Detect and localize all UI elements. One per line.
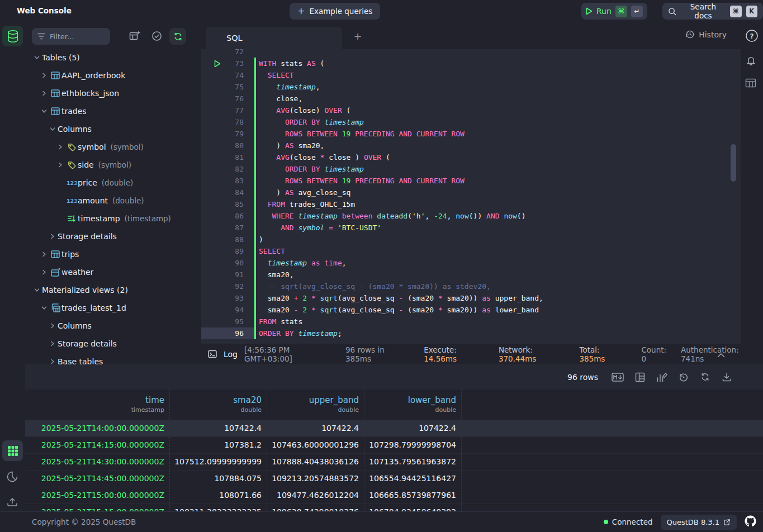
- code-line-77[interactable]: 77 AVG(close) OVER (: [201, 104, 741, 116]
- code-editor[interactable]: 7273WITH stats AS (74 SELECT75 timestamp…: [201, 49, 741, 344]
- history-button[interactable]: History: [685, 30, 727, 39]
- grid-row[interactable]: 2025-05-21T15:00:00.000000Z108071.661094…: [25, 487, 763, 504]
- grid-cell[interactable]: 107512.09999999999: [168, 453, 265, 470]
- tree-item-trades-latest-1d[interactable]: trades_latest_1d: [25, 299, 201, 317]
- code-line-92[interactable]: 92 -- sqrt(avg_close_sq - (sma20 * sma20…: [201, 281, 741, 292]
- notifications-button[interactable]: [745, 55, 757, 68]
- grid-row[interactable]: 2025-05-21T14:45:00.000000Z107884.075109…: [25, 470, 763, 487]
- grid-cell[interactable]: 106784.02458648393: [362, 504, 459, 511]
- code-line-90[interactable]: 90 timestamp as time,: [201, 257, 741, 269]
- grid-cell[interactable]: 107135.79561963872: [362, 453, 459, 470]
- tree-item-ethblocks-json[interactable]: ethblocks_json: [25, 84, 201, 102]
- grid-cell[interactable]: 2025-05-21T15:00:00.000000Z: [25, 487, 168, 504]
- grid-cell[interactable]: 109477.4626012204: [265, 487, 362, 504]
- help-button[interactable]: ?: [745, 29, 759, 44]
- column-header-sma20[interactable]: sma20double: [168, 390, 265, 420]
- grid-cell[interactable]: 107884.075: [168, 470, 265, 487]
- tree-item-columns[interactable]: Columns: [25, 317, 201, 335]
- tree-item-aapl-orderbook[interactable]: AAPL_orderbook: [25, 66, 201, 84]
- code-line-79[interactable]: 79 ROWS BETWEEN 19 PRECEDING AND CURRENT…: [201, 128, 741, 140]
- database-nav-button[interactable]: [2, 26, 23, 46]
- column-header-lower_band[interactable]: lower_banddouble: [362, 390, 459, 420]
- results-grid[interactable]: timetimestampsma20doubleupper_banddouble…: [25, 390, 763, 511]
- grid-row[interactable]: 2025-05-21T14:00:00.000000Z107422.410742…: [25, 420, 763, 437]
- tree-item-amount[interactable]: 123amount(double): [25, 192, 201, 210]
- tree-item-storage-details[interactable]: Storage details: [25, 227, 201, 245]
- select-tables-button[interactable]: [151, 31, 162, 43]
- search-docs-button[interactable]: Search docs ⌘ K: [662, 3, 763, 20]
- code-line-84[interactable]: 84 ) AS avg_close_sq: [201, 187, 741, 198]
- tree-item-materialized-views-2[interactable]: Materialized views (2): [25, 281, 201, 299]
- tree-item-tables-5[interactable]: Tables (5): [25, 49, 201, 66]
- reload-schema-button[interactable]: [169, 28, 186, 45]
- version-button[interactable]: QuestDB 8.3.1: [661, 515, 737, 530]
- code-line-88[interactable]: 88): [201, 234, 741, 245]
- grid-row[interactable]: 2025-05-21T14:15:00.000000Z107381.210746…: [25, 436, 763, 454]
- code-line-89[interactable]: 89SELECT: [201, 245, 741, 257]
- tree-item-timestamp[interactable]: timestamp(timestamp): [25, 210, 201, 227]
- github-button[interactable]: [745, 515, 756, 529]
- create-table-button[interactable]: [129, 31, 140, 44]
- tree-item-weather[interactable]: *weather: [25, 263, 201, 281]
- grid-cell[interactable]: 107422.4: [362, 420, 459, 436]
- chart-edit-button[interactable]: [656, 372, 667, 382]
- grid-cell[interactable]: 107463.60000001296: [265, 436, 362, 453]
- grid-cell[interactable]: 107422.4: [265, 420, 362, 436]
- grid-cell[interactable]: 109628.74298018376: [265, 504, 362, 511]
- new-tab-button[interactable]: +: [351, 29, 364, 42]
- chart-view-button[interactable]: [6, 471, 18, 484]
- collapse-log-button[interactable]: [717, 350, 725, 359]
- grid-cell[interactable]: 109213.20574883572: [265, 470, 362, 487]
- code-line-82[interactable]: 82 ORDER BY timestamp: [201, 163, 741, 175]
- code-line-74[interactable]: 74 SELECT: [201, 69, 741, 81]
- code-line-80[interactable]: 80 ) AS sma20,: [201, 140, 741, 151]
- grid-cell[interactable]: 106554.94425116427: [362, 470, 459, 487]
- code-line-85[interactable]: 85 FROM trades_OHLC_15m: [201, 198, 741, 210]
- code-line-73[interactable]: 73WITH stats AS (: [201, 58, 741, 69]
- toggle-columns-button[interactable]: [635, 372, 645, 382]
- grid-view-button[interactable]: [2, 440, 23, 461]
- grid-cell[interactable]: 108211.28333333335: [168, 504, 265, 511]
- grid-row[interactable]: 2025-05-21T15:15:00.000000Z108211.283333…: [25, 504, 763, 511]
- tree-item-columns[interactable]: Columns: [25, 120, 201, 138]
- grid-cell[interactable]: 107888.40438036126: [265, 453, 362, 470]
- grid-cell[interactable]: 2025-05-21T14:00:00.000000Z: [25, 420, 168, 436]
- code-line-86[interactable]: 86 WHERE timestamp between dateadd('h', …: [201, 210, 741, 222]
- grid-row[interactable]: 2025-05-21T14:30:00.000000Z107512.099999…: [25, 453, 763, 471]
- import-button[interactable]: [6, 496, 18, 509]
- code-line-83[interactable]: 83 ROWS BETWEEN 19 PRECEDING AND CURRENT…: [201, 175, 741, 187]
- code-line-96[interactable]: 96ORDER BY timestamp;: [201, 327, 741, 339]
- column-header-upper_band[interactable]: upper_banddouble: [265, 390, 362, 420]
- grid-cell[interactable]: 2025-05-21T14:30:00.000000Z: [25, 453, 168, 470]
- run-button[interactable]: Run: [586, 7, 612, 16]
- restore-button[interactable]: [679, 372, 689, 382]
- code-line-75[interactable]: 75 timestamp,: [201, 81, 741, 93]
- example-queries-button[interactable]: + Example queries: [290, 3, 380, 20]
- grid-cell[interactable]: 106665.85739877961: [362, 487, 459, 504]
- grid-cell[interactable]: 2025-05-21T14:45:00.000000Z: [25, 470, 168, 487]
- column-header-time[interactable]: timetimestamp: [25, 390, 168, 420]
- refresh-button[interactable]: [700, 372, 710, 382]
- download-button[interactable]: [722, 372, 732, 382]
- code-line-72[interactable]: 72: [201, 49, 741, 58]
- tree-item-side[interactable]: side(symbol): [25, 156, 201, 174]
- grid-cell[interactable]: 107422.4: [168, 420, 265, 436]
- tree-item-symbol[interactable]: symbol(symbol): [25, 138, 201, 156]
- code-line-78[interactable]: 78 ORDER BY timestamp: [201, 116, 741, 128]
- code-line-87[interactable]: 87 AND symbol = 'BTC-USDT': [201, 222, 741, 234]
- panel-toggle-button[interactable]: [745, 78, 756, 89]
- tree-item-storage-details[interactable]: Storage details: [25, 335, 201, 353]
- code-line-76[interactable]: 76 close,: [201, 93, 741, 104]
- tree-item-price[interactable]: 123price(double): [25, 174, 201, 192]
- code-line-94[interactable]: 94 sma20 - 2 * sqrt(avg_close_sq - (sma2…: [201, 304, 741, 316]
- grid-cell[interactable]: 107381.2: [168, 436, 265, 453]
- markdown-download-button[interactable]: [612, 373, 624, 382]
- code-line-95[interactable]: 95FROM stats: [201, 316, 741, 327]
- grid-cell[interactable]: 107298.79999998704: [362, 436, 459, 453]
- grid-cell[interactable]: 108071.66: [168, 487, 265, 504]
- tree-item-trades[interactable]: trades: [25, 102, 201, 120]
- tree-item-trips[interactable]: trips: [25, 245, 201, 263]
- grid-cell[interactable]: 2025-05-21T14:15:00.000000Z: [25, 436, 168, 453]
- code-line-81[interactable]: 81 AVG(close * close ) OVER (: [201, 151, 741, 163]
- grid-cell[interactable]: 2025-05-21T15:15:00.000000Z: [25, 504, 168, 511]
